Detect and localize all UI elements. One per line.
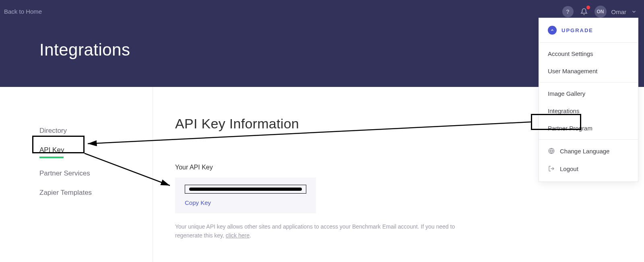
logout-icon	[548, 165, 555, 172]
menu-image-gallery[interactable]: Image Gallery	[539, 85, 638, 102]
menu-change-language[interactable]: Change Language	[539, 142, 638, 160]
notifications-icon[interactable]	[578, 6, 590, 17]
page-title: Integrations	[39, 40, 130, 60]
sidebar: Directory API Key Partner Services Zapie…	[0, 87, 153, 262]
menu-partner-program[interactable]: Partner Program	[539, 120, 638, 137]
sidebar-item-label: API Key	[39, 146, 64, 154]
menu-logout[interactable]: Logout	[539, 160, 638, 177]
menu-user-management[interactable]: User Management	[539, 62, 638, 80]
sidebar-item-directory[interactable]: Directory	[39, 121, 67, 140]
chevron-down-icon[interactable]	[631, 9, 637, 14]
help-icon[interactable]: ?	[562, 6, 574, 17]
menu-integrations[interactable]: Integrations	[539, 102, 638, 120]
menu-upgrade[interactable]: UPGRADE	[539, 21, 638, 40]
menu-account-settings[interactable]: Account Settings	[539, 45, 638, 62]
sidebar-item-zapier-templates[interactable]: Zapier Templates	[39, 183, 92, 202]
upgrade-arrow-icon	[548, 26, 557, 35]
api-key-help-text: Your unique API key allows other sites a…	[175, 222, 465, 240]
sidebar-item-label: Partner Services	[39, 169, 90, 177]
user-menu: UPGRADE Account Settings User Management…	[539, 18, 638, 182]
notification-dot-icon	[586, 6, 590, 9]
sidebar-item-label: Zapier Templates	[39, 189, 92, 196]
user-name[interactable]: Omar	[611, 8, 627, 15]
menu-item-label: Change Language	[560, 148, 609, 155]
globe-icon	[548, 147, 555, 155]
sidebar-item-partner-services[interactable]: Partner Services	[39, 164, 90, 183]
regenerate-key-link[interactable]: click here	[226, 232, 250, 239]
redacted-key-icon	[189, 188, 302, 191]
topbar-right: ? ON Omar	[562, 6, 637, 18]
menu-item-label: Logout	[560, 165, 578, 172]
menu-item-label: Account Settings	[548, 50, 593, 57]
api-key-box: Copy Key	[175, 177, 316, 213]
menu-item-label: Partner Program	[548, 125, 592, 132]
sidebar-item-label: Directory	[39, 127, 67, 134]
sidebar-item-api-key[interactable]: API Key	[39, 140, 64, 164]
menu-item-label: Image Gallery	[548, 90, 585, 97]
menu-item-label: Integrations	[548, 107, 579, 114]
back-to-home-link[interactable]: Back to Home	[4, 8, 42, 15]
api-key-value[interactable]	[185, 185, 306, 194]
copy-key-button[interactable]: Copy Key	[185, 199, 306, 206]
avatar[interactable]: ON	[594, 6, 607, 18]
menu-item-label: UPGRADE	[561, 27, 593, 33]
menu-item-label: User Management	[548, 68, 597, 74]
